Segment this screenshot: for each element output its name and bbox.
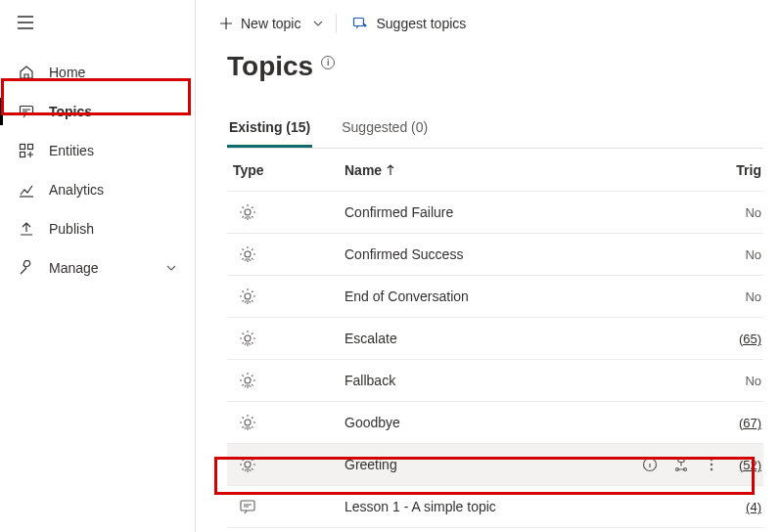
user-topic-icon: [227, 498, 345, 515]
trigger-count: No: [730, 289, 763, 304]
table-row[interactable]: Goodbye(67): [227, 402, 763, 444]
topic-name[interactable]: Fallback: [345, 373, 632, 388]
sidebar-item-entities[interactable]: Entities: [0, 131, 195, 170]
page-title: Topics: [227, 51, 313, 82]
svg-point-9: [245, 377, 251, 383]
trigger-count[interactable]: (52): [730, 458, 763, 472]
upload-icon: [18, 220, 35, 238]
svg-point-6: [245, 251, 251, 257]
trigger-count[interactable]: (4): [730, 500, 763, 514]
trigger-count[interactable]: (67): [730, 416, 763, 430]
sidebar-item-label: Home: [49, 65, 85, 80]
svg-point-16: [711, 459, 712, 461]
tab-suggested[interactable]: Suggested (0): [340, 110, 430, 148]
trigger-count[interactable]: (65): [730, 332, 763, 346]
svg-rect-2: [28, 145, 33, 150]
flow-icon[interactable]: [673, 457, 689, 472]
system-topic-icon: [227, 245, 345, 263]
system-topic-icon: [227, 330, 345, 347]
svg-rect-13: [678, 459, 684, 463]
svg-point-17: [711, 464, 712, 466]
topic-name[interactable]: Goodbye: [345, 415, 632, 430]
topic-name[interactable]: Greeting: [345, 457, 632, 472]
trigger-count: No: [730, 205, 763, 220]
sidebar-item-label: Topics: [49, 104, 92, 119]
tab-existing[interactable]: Existing (15): [227, 110, 312, 148]
topic-name[interactable]: Confirmed Failure: [345, 204, 632, 220]
system-topic-icon: [227, 372, 345, 389]
topic-name[interactable]: End of Conversation: [345, 288, 632, 304]
system-topic-icon: [227, 203, 345, 221]
chevron-down-icon: [165, 262, 177, 274]
svg-point-5: [245, 209, 251, 215]
svg-rect-0: [21, 107, 33, 115]
home-icon: [18, 64, 35, 81]
table-row[interactable]: FallbackNo: [227, 360, 763, 402]
svg-rect-1: [21, 145, 25, 150]
plus-icon: [219, 17, 233, 30]
suggest-icon: [352, 16, 368, 31]
system-topic-icon: [227, 456, 345, 473]
svg-rect-19: [241, 501, 254, 510]
suggest-topics-button[interactable]: Suggest topics: [346, 12, 472, 35]
grid-icon: [18, 142, 35, 159]
sidebar-item-topics[interactable]: Topics: [0, 92, 195, 131]
sidebar-item-publish[interactable]: Publish: [0, 209, 195, 248]
table-row[interactable]: Escalate(65): [227, 318, 763, 360]
suggest-topics-label: Suggest topics: [376, 16, 466, 31]
sidebar-item-analytics[interactable]: Analytics: [0, 170, 195, 209]
svg-point-10: [245, 420, 251, 425]
table-row[interactable]: Greeting(52): [227, 444, 763, 486]
sort-asc-icon: [386, 164, 395, 176]
topic-name[interactable]: Lesson 1 - A simple topic: [345, 499, 632, 514]
svg-point-8: [245, 335, 251, 341]
trigger-count: No: [730, 374, 763, 388]
sidebar-item-manage[interactable]: Manage: [0, 248, 195, 288]
trigger-count: No: [730, 247, 763, 262]
info-icon[interactable]: i: [321, 56, 335, 69]
sidebar-item-label: Manage: [49, 260, 99, 276]
column-header-name[interactable]: Name: [345, 162, 632, 178]
sidebar-item-home[interactable]: Home: [0, 53, 195, 92]
wrench-icon: [18, 259, 35, 277]
svg-point-7: [245, 293, 251, 299]
new-topic-button[interactable]: New topic: [213, 12, 306, 35]
column-header-type[interactable]: Type: [227, 162, 345, 178]
svg-point-11: [245, 462, 251, 467]
svg-rect-3: [21, 153, 25, 157]
chevron-down-icon: [312, 18, 324, 29]
topic-name[interactable]: Escalate: [345, 331, 632, 346]
separator: [336, 14, 337, 33]
column-header-trigger[interactable]: Trig: [730, 162, 763, 178]
analytics-icon: [18, 181, 35, 199]
details-icon[interactable]: [642, 457, 658, 472]
more-icon[interactable]: [705, 457, 718, 472]
sidebar-item-label: Entities: [49, 143, 94, 158]
topic-name[interactable]: Confirmed Success: [345, 246, 632, 262]
new-topic-dropdown[interactable]: [310, 14, 326, 33]
system-topic-icon: [227, 288, 345, 305]
table-row[interactable]: Lesson 1 - A simple topic(4): [227, 486, 763, 528]
sidebar-item-label: Analytics: [49, 182, 104, 198]
system-topic-icon: [227, 414, 345, 431]
new-topic-label: New topic: [241, 16, 300, 31]
hamburger-menu[interactable]: [0, 10, 195, 35]
table-row[interactable]: End of ConversationNo: [227, 276, 763, 318]
sidebar-item-label: Publish: [49, 221, 94, 237]
svg-point-18: [711, 468, 712, 470]
table-row[interactable]: Confirmed FailureNo: [227, 192, 763, 234]
chat-icon: [18, 103, 35, 120]
svg-rect-4: [354, 19, 364, 26]
table-row[interactable]: Confirmed SuccessNo: [227, 234, 763, 276]
